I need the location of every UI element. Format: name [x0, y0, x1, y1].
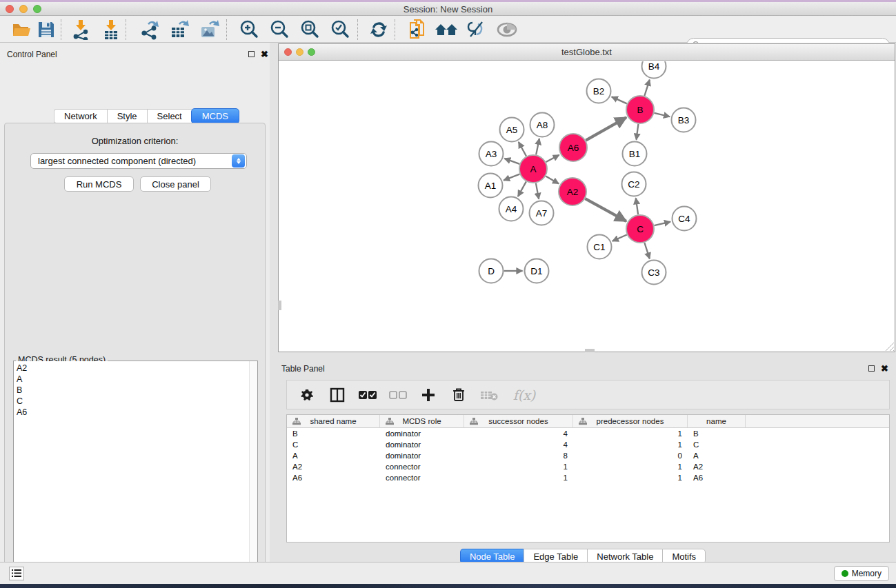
criterion-dropdown[interactable]: largest connected component (directed)	[30, 153, 247, 169]
export-network-button[interactable]	[138, 19, 161, 41]
table-cell[interactable]: A6	[287, 474, 380, 482]
graph-edge-C-C2[interactable]	[636, 198, 638, 214]
deselect-all-button[interactable]	[389, 386, 407, 404]
function-builder-button[interactable]: f(x)	[510, 386, 538, 404]
table-cell[interactable]: A6	[688, 474, 746, 482]
mcds-result-item[interactable]: A6	[17, 407, 249, 418]
zoom-fit-button[interactable]	[298, 19, 321, 41]
mcds-result-list[interactable]: A2ABCA6	[14, 361, 249, 588]
table-cell[interactable]: B	[287, 429, 380, 438]
open-session-button[interactable]	[10, 19, 33, 41]
graph-edge-A-A8[interactable]	[536, 139, 539, 154]
column-header-MCDS-role[interactable]: MCDS role	[380, 415, 464, 427]
graph-edge-C-C4[interactable]	[654, 222, 670, 226]
graph-edge-A-A5[interactable]	[519, 142, 526, 156]
table-cell[interactable]: 1	[573, 474, 688, 482]
table-cell[interactable]: C	[287, 440, 380, 449]
table-cell[interactable]: 4	[464, 429, 573, 438]
table-cell[interactable]: connector	[380, 474, 464, 482]
tab-style[interactable]: Style	[107, 109, 147, 123]
table-cell[interactable]: 1	[573, 463, 688, 471]
table-cell[interactable]: A2	[287, 463, 380, 471]
gear-button[interactable]	[298, 386, 316, 404]
graph-edge-A-A7[interactable]	[536, 183, 539, 199]
table-cell[interactable]: C	[688, 440, 746, 449]
table-cell[interactable]: dominator	[380, 429, 464, 438]
graph-edge-B-B1[interactable]	[637, 124, 639, 140]
run-mcds-button[interactable]: Run MCDS	[64, 176, 134, 192]
close-panel-button[interactable]: Close panel	[140, 176, 211, 192]
save-session-button[interactable]	[34, 19, 58, 41]
table-cell[interactable]: 1	[464, 474, 573, 482]
table-cell[interactable]: A	[287, 452, 380, 460]
mcds-result-item[interactable]: A2	[17, 363, 249, 374]
table-cell[interactable]: 1	[573, 440, 688, 449]
delete-table-button[interactable]	[480, 386, 498, 404]
graph-edge-A-A3[interactable]	[504, 159, 519, 164]
task-history-button[interactable]	[9, 567, 24, 580]
tab-select[interactable]: Select	[147, 109, 192, 123]
graph-edge-B-B3[interactable]	[654, 113, 670, 116]
column-header-name[interactable]: name	[688, 415, 746, 427]
apply-layout-button[interactable]	[367, 19, 390, 41]
table-cell[interactable]: 1	[573, 429, 688, 438]
graph-edge-A-A6[interactable]	[546, 155, 559, 162]
close-panel-icon[interactable]: ✖	[881, 365, 888, 372]
table-cell[interactable]: dominator	[380, 440, 464, 449]
memory-button[interactable]: Memory	[834, 566, 889, 581]
table-row[interactable]: A6connector11A6	[287, 472, 889, 483]
table-cell[interactable]: B	[688, 429, 746, 438]
column-header-predecessor-nodes[interactable]: predecessor nodes	[573, 415, 688, 427]
close-panel-icon[interactable]: ✖	[261, 51, 268, 57]
graph-edge-A2-C[interactable]	[585, 199, 626, 221]
column-layout-button[interactable]	[328, 386, 346, 404]
network-scroll-mark[interactable]	[585, 349, 595, 352]
network-scroll-mark[interactable]	[278, 301, 281, 310]
table-cell[interactable]: dominator	[380, 452, 464, 460]
network-window-titlebar[interactable]: testGlobe.txt	[279, 44, 895, 61]
float-panel-icon[interactable]	[868, 365, 875, 372]
graph-edge-A-A1[interactable]	[504, 174, 519, 181]
mcds-list-scrollbar[interactable]	[249, 361, 257, 588]
zoom-selected-button[interactable]	[328, 19, 352, 41]
table-cell[interactable]: A2	[688, 463, 746, 471]
zoom-in-button[interactable]	[237, 19, 261, 41]
graph-edge-C-C3[interactable]	[644, 243, 649, 258]
table-cell[interactable]: A	[688, 452, 746, 460]
table-row[interactable]: Adominator80A	[287, 450, 889, 461]
graph-edge-A6-B[interactable]	[586, 117, 626, 140]
graph-edge-B-B4[interactable]	[644, 80, 649, 96]
new-network-from-selection-button[interactable]	[406, 19, 429, 41]
table-cell[interactable]: connector	[380, 463, 464, 471]
hide-labels-button[interactable]	[464, 19, 488, 41]
mcds-result-item[interactable]: A	[17, 374, 249, 385]
add-column-button[interactable]	[419, 386, 437, 404]
table-cell[interactable]: 1	[464, 463, 573, 471]
graph-edge-B-B2[interactable]	[612, 97, 627, 103]
cybrowser-home-button[interactable]	[435, 19, 458, 41]
network-canvas[interactable]: AA1A3A5A8A4A7A6A2BB1B2B3B4CC1C2C3C4DD1	[279, 61, 895, 352]
mcds-result-item[interactable]: C	[17, 396, 249, 407]
table-cell[interactable]: 8	[464, 452, 573, 460]
zoom-out-button[interactable]	[268, 19, 291, 41]
select-all-button[interactable]	[359, 386, 377, 404]
graph-edge-C-C1[interactable]	[613, 234, 627, 241]
import-table-button[interactable]	[99, 19, 123, 41]
import-network-button[interactable]	[69, 19, 92, 41]
graph-edge-A-A2[interactable]	[546, 176, 559, 184]
mcds-result-item[interactable]: B	[17, 385, 249, 396]
column-header-successor-nodes[interactable]: successor nodes	[464, 415, 573, 427]
tab-network[interactable]: Network	[54, 109, 107, 123]
export-image-button[interactable]	[197, 19, 221, 41]
table-cell[interactable]: 0	[573, 452, 688, 460]
table-cell[interactable]: 4	[464, 440, 573, 449]
delete-column-button[interactable]	[450, 386, 468, 404]
float-panel-icon[interactable]	[248, 51, 255, 57]
tab-mcds[interactable]: MCDS	[191, 108, 239, 124]
table-row[interactable]: Bdominator41B	[287, 428, 889, 439]
column-header-shared-name[interactable]: shared name	[287, 415, 380, 427]
table-row[interactable]: A2connector11A2	[287, 461, 889, 472]
show-hide-button[interactable]	[495, 19, 519, 41]
table-row[interactable]: Cdominator41C	[287, 439, 889, 450]
export-table-button[interactable]	[168, 19, 191, 41]
